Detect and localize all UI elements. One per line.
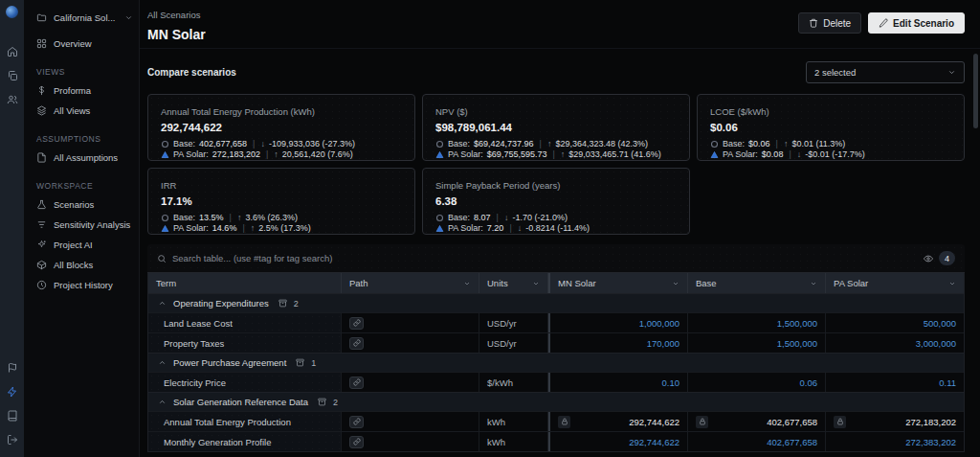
trash-icon (809, 18, 818, 28)
column-header-path[interactable]: Path (342, 273, 479, 293)
vertical-scrollbar[interactable] (973, 54, 978, 128)
sidebar-item-all-assumptions[interactable]: All Assumptions (24, 148, 139, 168)
compare-scenarios-select[interactable]: 2 selected (806, 61, 965, 83)
table-row: Land Lease Cost USD/yr 1,000,000 1,500,0… (148, 312, 964, 332)
column-header-mn-solar[interactable]: MN Solar (548, 273, 688, 293)
eye-icon[interactable] (924, 254, 933, 263)
pa-solar-value[interactable]: 3,000,000 (826, 333, 964, 353)
pa-solar-value: 272,183,202 (826, 412, 964, 431)
column-header-base[interactable]: Base (688, 273, 826, 293)
metric-cards: Annual Total Energy Production (kWh) 292… (147, 94, 965, 235)
group-count: 2 (294, 299, 299, 308)
pa-solar-value[interactable]: 272,383,202 (826, 432, 964, 451)
metric-card-npv: NPV ($) $98,789,061.44 Base: $69,424,737… (422, 94, 690, 161)
group-count: 2 (333, 398, 338, 407)
base-value[interactable]: 0.06 (688, 373, 826, 392)
card-title: NPV ($) (435, 106, 677, 117)
units-cell: kWh (479, 432, 548, 451)
base-value[interactable]: 1,500,000 (688, 313, 826, 332)
metric-card-lcoe: LCOE ($/kWh) $0.06 Base: $0.06 ↑ $0.01 (… (697, 94, 965, 161)
link-icon[interactable] (349, 436, 364, 448)
base-comparison: Base: 8.07 ↓ -1.70 (-21.0%) (435, 213, 677, 223)
sidebar-item-sensitivity-analysis[interactable]: Sensitivity Analysis (24, 215, 139, 235)
mn-solar-value[interactable]: 1,000,000 (548, 313, 688, 332)
grid-icon (36, 38, 47, 49)
flag-icon[interactable] (6, 361, 18, 374)
link-icon[interactable] (349, 337, 364, 350)
pa-solar-value[interactable]: 500,000 (826, 313, 964, 332)
app-window: California Sol... Overview VIEWS Proform… (0, 0, 980, 457)
group-row-power-purchase-agreement[interactable]: Power Purchase Agreement 1 (148, 353, 964, 372)
link-icon[interactable] (349, 377, 364, 389)
card-value: $98,789,061.44 (435, 122, 677, 133)
chevron-up-icon (158, 358, 167, 367)
project-switcher[interactable]: California Sol... (24, 8, 139, 28)
column-header-term[interactable]: Term (148, 273, 342, 293)
main-area: All Scenarios MN Solar Delete Edit Scena… (140, 0, 980, 457)
pa-triangle-icon (161, 224, 169, 233)
table-header-row: Term Path Units MN Solar Base PA Solar (148, 273, 964, 293)
base-comparison: Base: 13.5% ↑ 3.6% (26.3%) (161, 213, 402, 223)
column-header-pa-solar[interactable]: PA Solar (826, 273, 964, 293)
card-value: $0.06 (710, 122, 951, 133)
sidebar-item-label: Overview (54, 38, 92, 49)
edit-scenario-button[interactable]: Edit Scenario (868, 12, 965, 34)
group-row-operating-expenditures[interactable]: Operating Expenditures 2 (148, 293, 964, 312)
base-ring-icon (710, 140, 719, 149)
delete-button[interactable]: Delete (798, 12, 861, 34)
link-icon[interactable] (349, 317, 364, 330)
mn-solar-value[interactable]: 292,744,622 (548, 432, 688, 451)
mn-solar-value[interactable]: 0.10 (548, 373, 688, 392)
trend-arrow: ↑ (237, 213, 242, 223)
visible-columns-badge[interactable]: 4 (939, 251, 955, 265)
sidebar-item-scenarios[interactable]: Scenarios (24, 194, 139, 215)
sidebar-item-label: Project AI (54, 240, 93, 250)
table-row: Monthly Generation Profile kWh 292,744,6… (148, 431, 964, 451)
card-value: 17.1% (161, 195, 402, 207)
file-icon (36, 152, 47, 163)
sidebar-item-overview[interactable]: Overview (24, 34, 139, 54)
units-cell: USD/yr (479, 333, 548, 353)
zap-icon[interactable] (6, 385, 18, 398)
trend-arrow: ↓ (518, 223, 523, 234)
group-row-solar-generation-reference-data[interactable]: Solar Generation Reference Data 2 (148, 392, 964, 411)
layers-icon (36, 105, 47, 116)
lock-icon (558, 416, 570, 428)
chevron-down-icon (810, 280, 817, 287)
sidebar-item-all-views[interactable]: All Views (24, 101, 139, 121)
projects-icon[interactable] (6, 69, 18, 81)
users-icon[interactable] (6, 93, 18, 105)
home-icon[interactable] (6, 45, 18, 57)
search-input[interactable] (172, 253, 918, 263)
base-comparison: Base: 402,677,658 ↓ -109,933,036 (-27.3%… (161, 139, 402, 149)
base-value[interactable]: 1,500,000 (688, 333, 826, 353)
link-icon[interactable] (349, 416, 364, 428)
search-icon (157, 254, 167, 263)
docs-icon[interactable] (6, 409, 18, 422)
delete-button-label: Delete (823, 18, 851, 29)
pa-triangle-icon (435, 150, 444, 159)
sidebar-item-label: All Assumptions (54, 152, 118, 163)
term-cell: Property Taxes (148, 333, 342, 353)
term-cell: Annual Total Energy Production (148, 412, 342, 431)
archive-icon (296, 358, 304, 367)
pa-solar-value[interactable]: 0.11 (826, 373, 964, 392)
archive-icon (278, 299, 287, 308)
column-header-units[interactable]: Units (479, 273, 548, 293)
group-name: Operating Expenditures (173, 298, 269, 308)
sidebar-item-project-history[interactable]: Project History (24, 275, 139, 295)
sparkles-icon (36, 240, 47, 250)
mn-solar-value[interactable]: 170,000 (548, 333, 688, 353)
sidebar-item-proforma[interactable]: Proforma (24, 80, 139, 101)
base-comparison: Base: $69,424,737.96 ↑ $29,364,323.48 (4… (435, 139, 677, 149)
pa-solar-comparison: PA Solar: $0.08 ↓ -$0.01 (-17.7%) (710, 149, 951, 160)
package-icon (36, 260, 47, 270)
app-logo[interactable] (6, 6, 18, 18)
trend-arrow: ↓ (797, 149, 802, 160)
sidebar-item-project-ai[interactable]: Project AI (24, 235, 139, 255)
scenario-comparison-table: Term Path Units MN Solar Base PA Solar O… (147, 273, 965, 452)
trend-arrow: ↑ (784, 139, 789, 149)
sidebar-item-all-blocks[interactable]: All Blocks (24, 255, 139, 275)
base-value[interactable]: 402,677,658 (688, 432, 826, 451)
logout-icon[interactable] (6, 433, 18, 446)
